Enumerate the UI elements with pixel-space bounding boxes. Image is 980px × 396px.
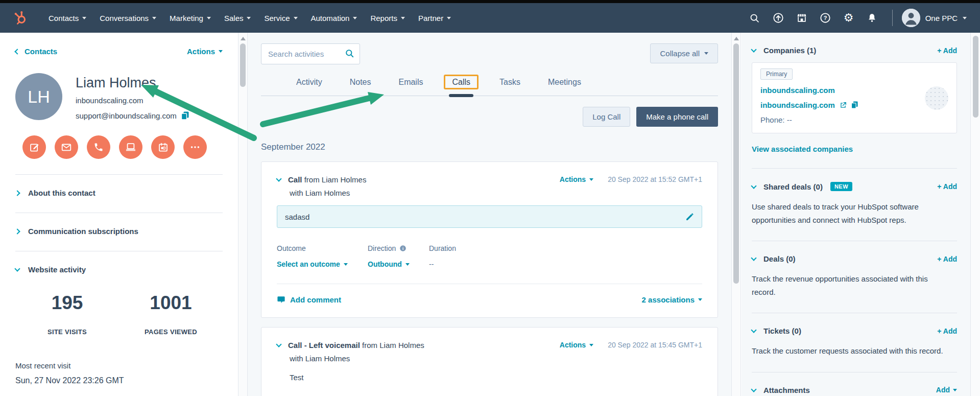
add-comment-button[interactable]: Add comment xyxy=(277,295,341,304)
call-timestamp: 20 Sep 2022 at 15:52 GMT+1 xyxy=(608,175,702,183)
email-button[interactable] xyxy=(55,135,78,159)
nav-item-conversations[interactable]: Conversations xyxy=(93,14,163,22)
more-actions-button[interactable] xyxy=(183,135,207,159)
duration-value: -- xyxy=(429,260,456,268)
deals-description: Track the revenue opportunities associat… xyxy=(752,272,952,298)
scrollbar-up-arrow-icon[interactable] xyxy=(241,37,246,40)
back-to-contacts-link[interactable]: Contacts xyxy=(15,47,57,56)
duration-label: Duration xyxy=(429,244,456,252)
left-scrollbar[interactable] xyxy=(238,33,248,396)
search-icon[interactable] xyxy=(345,49,354,58)
scrollbar-up-arrow-icon[interactable] xyxy=(734,37,739,40)
chevron-down-icon xyxy=(152,17,156,19)
chevron-down-icon[interactable] xyxy=(751,386,756,392)
chevron-down-icon xyxy=(247,17,251,19)
meeting-button[interactable] xyxy=(151,135,175,159)
timeline-scrollbar[interactable] xyxy=(731,33,741,396)
upgrade-icon[interactable] xyxy=(768,8,789,28)
add-ticket-button[interactable]: + Add xyxy=(937,327,957,335)
log-call-button[interactable]: Log Call xyxy=(583,107,630,127)
scrollbar-thumb[interactable] xyxy=(973,36,978,118)
tickets-description: Track the customer requests associated w… xyxy=(752,344,952,358)
nav-item-service[interactable]: Service xyxy=(257,14,304,22)
call-button[interactable] xyxy=(87,135,110,159)
notifications-bell-icon[interactable] xyxy=(862,8,883,28)
deals-title: Deals (0) xyxy=(763,254,796,263)
card-actions-dropdown[interactable]: Actions xyxy=(560,341,593,349)
tab-activity[interactable]: Activity xyxy=(282,73,336,96)
call-note-text[interactable]: Test xyxy=(290,373,702,382)
make-phone-call-button[interactable]: Make a phone call xyxy=(636,107,718,127)
associations-dropdown[interactable]: 2 associations xyxy=(642,295,702,304)
call-with-line: with Liam Holmes xyxy=(290,354,702,363)
nav-item-automation[interactable]: Automation xyxy=(304,14,364,22)
nav-item-label: Partner xyxy=(418,14,443,22)
outcome-select[interactable]: Select an outcome xyxy=(277,260,368,268)
associations-label: 2 associations xyxy=(642,295,695,304)
section-about-this-contact[interactable]: About this contact xyxy=(15,174,223,197)
company-name-link[interactable]: inboundscaling.com xyxy=(760,86,948,95)
scrollbar-thumb[interactable] xyxy=(240,43,246,87)
copy-icon[interactable] xyxy=(181,111,189,120)
direction-select[interactable]: Outbound xyxy=(368,260,429,268)
view-associated-companies-link[interactable]: View associated companies xyxy=(752,145,853,153)
nav-item-partner[interactable]: Partner xyxy=(412,14,458,22)
call-note-editor[interactable]: sadasd xyxy=(277,205,702,228)
section-label: Website activity xyxy=(28,265,86,274)
search-icon[interactable] xyxy=(744,8,766,28)
edit-pencil-icon[interactable] xyxy=(685,213,694,221)
actions-label: Actions xyxy=(187,47,215,56)
nav-item-marketing[interactable]: Marketing xyxy=(163,14,218,22)
section-communication-subscriptions[interactable]: Communication subscriptions xyxy=(15,213,223,236)
chevron-down-icon xyxy=(589,344,593,346)
chevron-down-icon xyxy=(405,263,410,266)
chevron-down-icon[interactable] xyxy=(751,255,756,261)
account-menu[interactable]: One PPC xyxy=(902,9,967,27)
chevron-down-icon[interactable] xyxy=(751,46,756,52)
call-note-text: sadasd xyxy=(285,213,309,221)
chevron-down-icon[interactable] xyxy=(751,183,756,189)
settings-gear-icon[interactable]: ⚙ xyxy=(838,8,859,28)
card-actions-dropdown[interactable]: Actions xyxy=(560,175,593,183)
tab-emails[interactable]: Emails xyxy=(385,73,437,96)
info-icon[interactable]: i xyxy=(399,245,407,252)
nav-item-label: Marketing xyxy=(170,14,203,22)
collapse-all-button[interactable]: Collapse all xyxy=(650,43,718,63)
note-button[interactable] xyxy=(22,135,46,159)
shared-deals-title: Shared deals (0) xyxy=(763,182,823,191)
scrollbar-thumb[interactable] xyxy=(733,43,739,284)
help-icon[interactable]: ? xyxy=(815,8,836,28)
page-scrollbar[interactable] xyxy=(970,33,980,396)
nav-item-sales[interactable]: Sales xyxy=(218,14,258,22)
tab-notes[interactable]: Notes xyxy=(336,73,385,96)
contact-email[interactable]: support@inboundscaling.com xyxy=(76,111,177,120)
add-attachment-button[interactable]: Add xyxy=(936,386,957,394)
add-deal-button[interactable]: + Add xyxy=(937,255,957,263)
nav-item-label: Automation xyxy=(311,14,350,22)
chevron-down-icon[interactable] xyxy=(751,327,756,333)
task-button[interactable] xyxy=(119,135,142,159)
tab-calls[interactable]: Calls xyxy=(437,73,486,96)
tab-meetings[interactable]: Meetings xyxy=(534,73,595,96)
hubspot-logo-icon[interactable] xyxy=(13,10,29,26)
direction-label: Direction xyxy=(368,244,396,252)
call-card: Call - Left voicemail from Liam Holmes A… xyxy=(261,327,718,396)
annotation-highlight-box: Calls xyxy=(444,75,479,89)
primary-badge: Primary xyxy=(760,68,793,80)
company-domain-link[interactable]: inboundscaling.com xyxy=(760,101,948,109)
contact-actions-dropdown[interactable]: Actions xyxy=(187,47,223,56)
add-company-button[interactable]: + Add xyxy=(937,46,957,55)
nav-item-contacts[interactable]: Contacts xyxy=(42,14,93,22)
marketplace-icon[interactable] xyxy=(791,8,812,28)
collapse-chevron-icon[interactable] xyxy=(276,341,281,347)
section-website-activity[interactable]: Website activity xyxy=(15,251,223,274)
most-recent-visit-value: Sun, 27 Nov 2022 23:26 GMT xyxy=(15,376,223,385)
tab-tasks[interactable]: Tasks xyxy=(486,73,534,96)
chevron-right-icon xyxy=(14,228,20,234)
copy-icon[interactable] xyxy=(851,101,858,109)
phone-value: -- xyxy=(787,115,792,124)
tab-label: Calls xyxy=(452,78,470,86)
collapse-chevron-icon[interactable] xyxy=(276,176,281,181)
add-shared-deal-button[interactable]: + Add xyxy=(937,182,957,191)
nav-item-reports[interactable]: Reports xyxy=(364,14,412,22)
